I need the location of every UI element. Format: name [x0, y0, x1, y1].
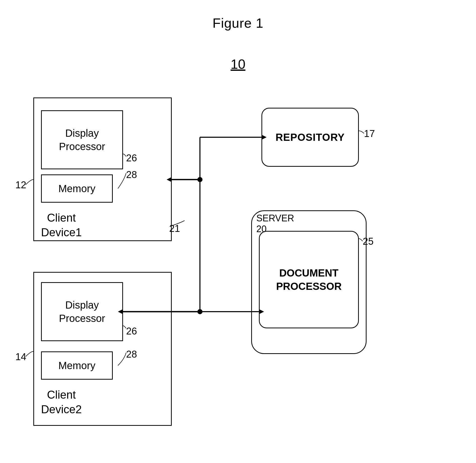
- svg-point-8: [197, 309, 202, 314]
- repository-box: REPOSITORY: [261, 108, 359, 167]
- system-label: 10: [231, 56, 246, 72]
- document-processor-box: DOCUMENTPROCESSOR: [259, 231, 359, 328]
- client2-label: ClientDevice2: [41, 387, 82, 417]
- ref-21: 21: [169, 223, 180, 234]
- display-processor-1-box: DisplayProcessor: [41, 110, 123, 169]
- client1-label: ClientDevice1: [41, 210, 82, 240]
- ref-28-client1: 28: [126, 169, 137, 180]
- ref-14: 14: [15, 351, 26, 362]
- ref-25: 25: [363, 236, 373, 247]
- memory-2-box: Memory: [41, 351, 113, 380]
- figure-title: Figure 1: [212, 15, 264, 31]
- ref-12: 12: [15, 180, 26, 191]
- ref-17: 17: [364, 128, 375, 139]
- memory-1-box: Memory: [41, 174, 113, 203]
- ref-26-client1: 26: [126, 153, 137, 164]
- ref-26-client2: 26: [126, 326, 137, 337]
- display-processor-2-box: DisplayProcessor: [41, 282, 123, 341]
- svg-point-5: [197, 177, 202, 182]
- ref-28-client2: 28: [126, 349, 137, 360]
